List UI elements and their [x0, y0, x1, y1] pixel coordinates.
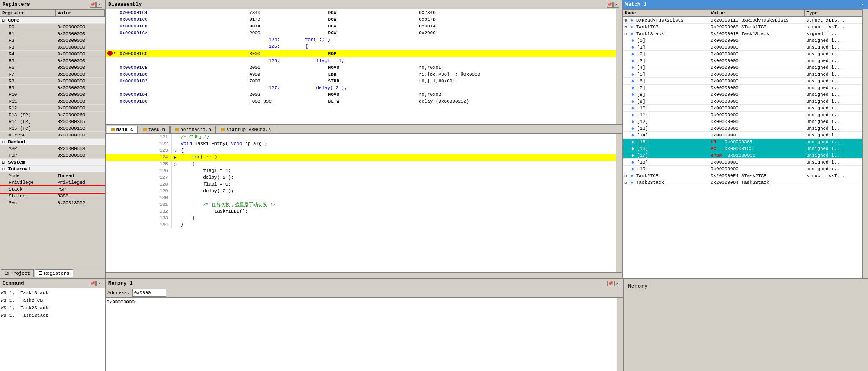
table-row: R40x00000000 [0, 51, 105, 57]
table-row: 123 ▷ { [106, 147, 616, 154]
disassembly-scrollbar[interactable] [616, 9, 622, 124]
diamond-icon: ◆ [632, 119, 635, 124]
table-row: 0x000001C8 0014 DCW 0x0014 [106, 23, 616, 30]
table-row: R120x00000000 [0, 105, 105, 112]
right-panels: Watch 1 ✕ Name Value Type [623, 0, 868, 278]
watch-scrollbar[interactable] [862, 9, 868, 278]
table-row: R70x00000000 [0, 71, 105, 78]
pc-label: PC [711, 146, 716, 151]
middle-column: Disassembly 📌 ✕ 0x000001C4 7840 DC [106, 0, 623, 278]
memory-header: Memory 1 📌 ✕ [106, 279, 623, 288]
banked-collapse-icon[interactable]: ⊟ [2, 140, 5, 145]
command-pin-icon[interactable]: 📌 [90, 281, 96, 286]
list-item: ◆ [1]0x00000000unsigned i... [623, 44, 862, 51]
table-row: ModeThread [0, 172, 105, 179]
list-item: ◆ [10]0x00000000unsigned i... [623, 105, 862, 112]
list-item: ◆ [13]0x00000000unsigned i... [623, 125, 862, 132]
disassembly-pin-icon[interactable]: 📌 [607, 2, 613, 8]
tab-main-c[interactable]: main.c [107, 126, 138, 133]
source-content[interactable]: 121 /* 任务1 */ 122 void Task1_Entry( void… [106, 134, 616, 272]
list-item: ⊞ ◆ pxReadyTasksLists 0x20000110 pxReady… [623, 17, 862, 24]
core-collapse-icon[interactable]: ⊟ [2, 18, 5, 23]
expand-pxready-icon[interactable]: ⊞ [625, 19, 627, 23]
task-h-label: task.h [148, 127, 165, 132]
memory-address-input[interactable] [132, 289, 166, 297]
source-panel: main.c task.h portmacro.h startup_ARMCM3… [106, 125, 622, 278]
memory-toolbar: Address: [106, 288, 623, 298]
command-content[interactable]: WS 1, `Task1Stack WS 1, `Task2TCB WS 1, … [0, 288, 105, 371]
portmacro-h-label: portmacro.h [180, 127, 211, 132]
table-row: 0x000001D2 7008 STRB r0,[r1,#0x00] [106, 78, 616, 85]
memory-scrollbar[interactable] [617, 298, 623, 371]
memory-title: Memory 1 [108, 281, 133, 286]
list-item: WS 1, `Task1Stack [1, 289, 104, 297]
tab-startup[interactable]: startup_ARMCM3.s [217, 126, 276, 133]
tab-project[interactable]: 🗂 Project [1, 269, 34, 277]
registers-header: Registers 📌 ✕ [0, 0, 105, 9]
source-scroll-area: 121 /* 任务1 */ 122 void Task1_Entry( void… [106, 134, 622, 272]
diamond-icon: ◆ [632, 65, 635, 70]
project-tab-label: Project [11, 271, 30, 276]
table-row: R110x00000000 [0, 98, 105, 105]
list-item-xpsr: ◆ [17] xPSR 0x01000000 unsigned i... [623, 152, 862, 159]
table-row: 128 flagl = 0; [106, 181, 616, 188]
memory-panel: Memory 1 📌 ✕ Address: 0x00000000: [106, 279, 623, 371]
disassembly-close-icon[interactable]: ✕ [613, 2, 619, 8]
diamond-icon: ◆ [632, 72, 635, 77]
disassembly-content[interactable]: 0x000001C4 7840 DCW 0x7840 0x000001C6 01… [106, 9, 616, 124]
expand-task2stack-icon[interactable]: ⊟ [625, 181, 627, 185]
table-row: Sec0.00013552 [0, 199, 105, 206]
memory-pin-icon[interactable]: 📌 [607, 281, 613, 286]
list-item: WS 1, `Task2TCB [1, 297, 104, 304]
memory-content[interactable]: 0x00000000: [106, 298, 617, 371]
source-hscrollbar[interactable] [106, 272, 622, 278]
table-row: 0x000001CA 2000 DCW 0x2000 [106, 30, 616, 36]
table-row: 0x000001C6 017D DCW 0x017D [106, 16, 616, 23]
table-row: 0x000001C4 7840 DCW 0x7840 [106, 9, 616, 16]
xpsr-expand-icon[interactable]: ⊞ [9, 134, 11, 138]
command-close-icon[interactable]: ✕ [96, 281, 102, 286]
diamond-icon: ◆ [631, 31, 634, 36]
source-scrollbar[interactable] [616, 134, 622, 272]
registers-table: Register Value ⊟ Core R00x00000000 R10x0… [0, 9, 105, 268]
table-row: 0x000001D4 2002 MOVS r0,#0x02 [106, 91, 616, 98]
diamond-icon: ◆ [632, 52, 635, 57]
registers-bottom-tabs: 🗂 Project ☰ Registers [0, 268, 105, 278]
diamond-icon: ◆ [632, 153, 635, 158]
diamond-icon: ◆ [632, 106, 635, 111]
table-row: R20x00000000 [0, 37, 105, 44]
watch-scroll-area: Name Value Type ⊞ ◆ pxRead [623, 9, 868, 278]
tab-portmacro-h[interactable]: portmacro.h [170, 126, 216, 133]
list-item: ◆ [7]0x00000000unsigned i... [623, 85, 862, 91]
list-item: ⊟ ◆ Task2Stack 0x20000094 Task2Stack [623, 179, 862, 186]
watch-content[interactable]: Name Value Type ⊞ ◆ pxRead [623, 9, 862, 278]
system-collapse-icon[interactable]: ⊞ [2, 160, 5, 165]
source-table: 121 /* 任务1 */ 122 void Task1_Entry( void… [106, 134, 616, 228]
memory-close-icon[interactable]: ✕ [614, 281, 620, 286]
internal-collapse-icon[interactable]: ⊟ [2, 167, 5, 172]
tab-registers[interactable]: ☰ Registers [35, 269, 73, 277]
expand-task2tcb-icon[interactable]: ⊞ [625, 174, 627, 178]
col-register: Register [0, 10, 56, 17]
tab-task-h[interactable]: task.h [139, 126, 170, 133]
main-c-label: main.c [116, 127, 133, 132]
table-row: 122 void Task1_Entry( void *p_arg ) [106, 140, 616, 147]
expand-task1tcb-icon[interactable]: ⊟ [625, 25, 627, 30]
table-row: R13 (SP)0x20000060 [0, 112, 105, 118]
startup-dot [221, 128, 225, 131]
reg-group-core: ⊟ Core [0, 17, 105, 24]
list-item: ◆ [8]0x00000000unsigned i... [623, 91, 862, 98]
registers-close-icon[interactable]: ✕ [96, 2, 102, 8]
list-item: 0x00000000: [107, 299, 616, 306]
table-row: 0x000001D0 4909 LDR r1,[pc,#36] ; @0x000… [106, 71, 616, 78]
table-row: 125: { [106, 43, 616, 50]
table-row: 132 taskYIELD(); [106, 208, 616, 215]
list-item: ◆ [4]0x00000000unsigned i... [623, 64, 862, 71]
expand-task1stack-icon[interactable]: ⊟ [625, 32, 627, 36]
registers-pin-icon[interactable]: 📌 [90, 2, 96, 8]
watch-close-icon[interactable]: ✕ [860, 2, 865, 8]
list-item: ⊟ ◆ Task1Stack 0x20000018 Task1Stack sig… [623, 30, 862, 37]
reg-group-system: ⊞ System [0, 159, 105, 166]
table-row: 131 /* 任务切换，这里是手动切换 */ [106, 201, 616, 208]
diamond-icon: ◆ [632, 85, 635, 90]
